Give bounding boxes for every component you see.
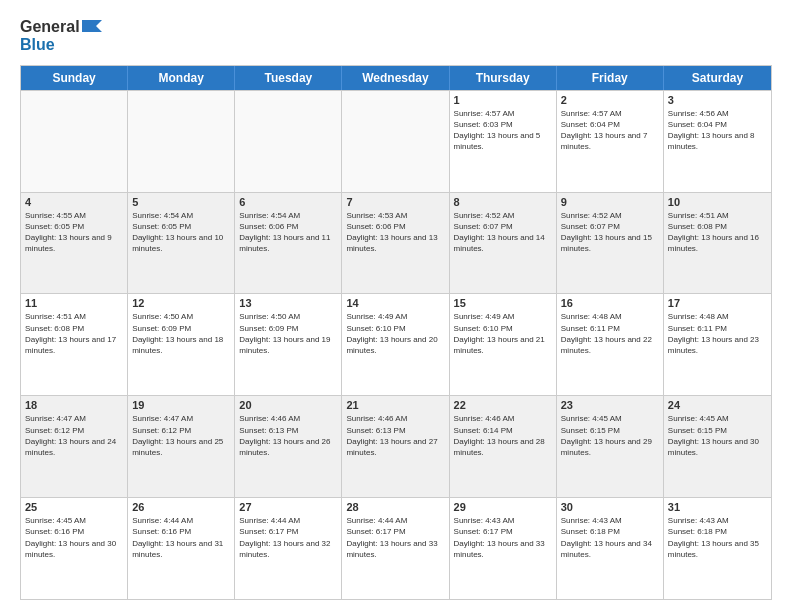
day-number: 15 — [454, 297, 552, 309]
cell-info: Sunrise: 4:52 AM Sunset: 6:07 PM Dayligh… — [454, 210, 552, 255]
day-cell-6: 6Sunrise: 4:54 AM Sunset: 6:06 PM Daylig… — [235, 193, 342, 294]
logo: General Blue — [20, 18, 102, 55]
day-number: 17 — [668, 297, 767, 309]
day-cell-12: 12Sunrise: 4:50 AM Sunset: 6:09 PM Dayli… — [128, 294, 235, 395]
day-cell-5: 5Sunrise: 4:54 AM Sunset: 6:05 PM Daylig… — [128, 193, 235, 294]
day-cell-21: 21Sunrise: 4:46 AM Sunset: 6:13 PM Dayli… — [342, 396, 449, 497]
day-number: 2 — [561, 94, 659, 106]
day-cell-30: 30Sunrise: 4:43 AM Sunset: 6:18 PM Dayli… — [557, 498, 664, 599]
calendar-week-2: 4Sunrise: 4:55 AM Sunset: 6:05 PM Daylig… — [21, 192, 771, 294]
header-day-monday: Monday — [128, 66, 235, 90]
day-number: 22 — [454, 399, 552, 411]
calendar-week-5: 25Sunrise: 4:45 AM Sunset: 6:16 PM Dayli… — [21, 497, 771, 599]
cell-info: Sunrise: 4:46 AM Sunset: 6:13 PM Dayligh… — [239, 413, 337, 458]
day-number: 7 — [346, 196, 444, 208]
cell-info: Sunrise: 4:44 AM Sunset: 6:16 PM Dayligh… — [132, 515, 230, 560]
day-cell-9: 9Sunrise: 4:52 AM Sunset: 6:07 PM Daylig… — [557, 193, 664, 294]
day-cell-26: 26Sunrise: 4:44 AM Sunset: 6:16 PM Dayli… — [128, 498, 235, 599]
empty-cell — [128, 91, 235, 192]
cell-info: Sunrise: 4:45 AM Sunset: 6:15 PM Dayligh… — [668, 413, 767, 458]
day-number: 4 — [25, 196, 123, 208]
cell-info: Sunrise: 4:44 AM Sunset: 6:17 PM Dayligh… — [346, 515, 444, 560]
day-number: 12 — [132, 297, 230, 309]
day-cell-20: 20Sunrise: 4:46 AM Sunset: 6:13 PM Dayli… — [235, 396, 342, 497]
cell-info: Sunrise: 4:46 AM Sunset: 6:13 PM Dayligh… — [346, 413, 444, 458]
calendar-week-1: 1Sunrise: 4:57 AM Sunset: 6:03 PM Daylig… — [21, 90, 771, 192]
day-number: 10 — [668, 196, 767, 208]
empty-cell — [235, 91, 342, 192]
cell-info: Sunrise: 4:57 AM Sunset: 6:04 PM Dayligh… — [561, 108, 659, 153]
day-number: 8 — [454, 196, 552, 208]
calendar-header-row: SundayMondayTuesdayWednesdayThursdayFrid… — [21, 66, 771, 90]
empty-cell — [342, 91, 449, 192]
cell-info: Sunrise: 4:51 AM Sunset: 6:08 PM Dayligh… — [25, 311, 123, 356]
day-cell-25: 25Sunrise: 4:45 AM Sunset: 6:16 PM Dayli… — [21, 498, 128, 599]
cell-info: Sunrise: 4:49 AM Sunset: 6:10 PM Dayligh… — [454, 311, 552, 356]
day-number: 28 — [346, 501, 444, 513]
day-number: 1 — [454, 94, 552, 106]
cell-info: Sunrise: 4:47 AM Sunset: 6:12 PM Dayligh… — [25, 413, 123, 458]
day-cell-11: 11Sunrise: 4:51 AM Sunset: 6:08 PM Dayli… — [21, 294, 128, 395]
day-cell-13: 13Sunrise: 4:50 AM Sunset: 6:09 PM Dayli… — [235, 294, 342, 395]
header-day-thursday: Thursday — [450, 66, 557, 90]
day-cell-18: 18Sunrise: 4:47 AM Sunset: 6:12 PM Dayli… — [21, 396, 128, 497]
logo-general: General — [20, 18, 102, 36]
cell-info: Sunrise: 4:49 AM Sunset: 6:10 PM Dayligh… — [346, 311, 444, 356]
cell-info: Sunrise: 4:44 AM Sunset: 6:17 PM Dayligh… — [239, 515, 337, 560]
cell-info: Sunrise: 4:50 AM Sunset: 6:09 PM Dayligh… — [132, 311, 230, 356]
calendar-week-3: 11Sunrise: 4:51 AM Sunset: 6:08 PM Dayli… — [21, 293, 771, 395]
day-cell-4: 4Sunrise: 4:55 AM Sunset: 6:05 PM Daylig… — [21, 193, 128, 294]
day-number: 18 — [25, 399, 123, 411]
page: General Blue SundayMondayTuesdayWednesda… — [0, 0, 792, 612]
cell-info: Sunrise: 4:48 AM Sunset: 6:11 PM Dayligh… — [561, 311, 659, 356]
day-number: 26 — [132, 501, 230, 513]
header: General Blue — [20, 18, 772, 55]
day-number: 13 — [239, 297, 337, 309]
day-number: 20 — [239, 399, 337, 411]
header-day-sunday: Sunday — [21, 66, 128, 90]
cell-info: Sunrise: 4:57 AM Sunset: 6:03 PM Dayligh… — [454, 108, 552, 153]
day-number: 5 — [132, 196, 230, 208]
day-number: 14 — [346, 297, 444, 309]
day-cell-29: 29Sunrise: 4:43 AM Sunset: 6:17 PM Dayli… — [450, 498, 557, 599]
day-number: 31 — [668, 501, 767, 513]
cell-info: Sunrise: 4:43 AM Sunset: 6:18 PM Dayligh… — [561, 515, 659, 560]
cell-info: Sunrise: 4:51 AM Sunset: 6:08 PM Dayligh… — [668, 210, 767, 255]
day-cell-23: 23Sunrise: 4:45 AM Sunset: 6:15 PM Dayli… — [557, 396, 664, 497]
header-day-saturday: Saturday — [664, 66, 771, 90]
day-cell-27: 27Sunrise: 4:44 AM Sunset: 6:17 PM Dayli… — [235, 498, 342, 599]
day-number: 21 — [346, 399, 444, 411]
day-cell-17: 17Sunrise: 4:48 AM Sunset: 6:11 PM Dayli… — [664, 294, 771, 395]
day-number: 9 — [561, 196, 659, 208]
day-cell-15: 15Sunrise: 4:49 AM Sunset: 6:10 PM Dayli… — [450, 294, 557, 395]
cell-info: Sunrise: 4:50 AM Sunset: 6:09 PM Dayligh… — [239, 311, 337, 356]
day-cell-24: 24Sunrise: 4:45 AM Sunset: 6:15 PM Dayli… — [664, 396, 771, 497]
cell-info: Sunrise: 4:45 AM Sunset: 6:16 PM Dayligh… — [25, 515, 123, 560]
day-cell-19: 19Sunrise: 4:47 AM Sunset: 6:12 PM Dayli… — [128, 396, 235, 497]
logo-container: General Blue — [20, 18, 102, 55]
empty-cell — [21, 91, 128, 192]
day-cell-14: 14Sunrise: 4:49 AM Sunset: 6:10 PM Dayli… — [342, 294, 449, 395]
day-number: 24 — [668, 399, 767, 411]
day-cell-1: 1Sunrise: 4:57 AM Sunset: 6:03 PM Daylig… — [450, 91, 557, 192]
calendar-week-4: 18Sunrise: 4:47 AM Sunset: 6:12 PM Dayli… — [21, 395, 771, 497]
svg-marker-0 — [82, 20, 102, 32]
cell-info: Sunrise: 4:55 AM Sunset: 6:05 PM Dayligh… — [25, 210, 123, 255]
cell-info: Sunrise: 4:53 AM Sunset: 6:06 PM Dayligh… — [346, 210, 444, 255]
day-number: 11 — [25, 297, 123, 309]
logo-flag-icon — [82, 20, 102, 32]
day-number: 30 — [561, 501, 659, 513]
header-day-tuesday: Tuesday — [235, 66, 342, 90]
day-cell-22: 22Sunrise: 4:46 AM Sunset: 6:14 PM Dayli… — [450, 396, 557, 497]
calendar-body: 1Sunrise: 4:57 AM Sunset: 6:03 PM Daylig… — [21, 90, 771, 599]
day-number: 16 — [561, 297, 659, 309]
day-cell-7: 7Sunrise: 4:53 AM Sunset: 6:06 PM Daylig… — [342, 193, 449, 294]
day-cell-16: 16Sunrise: 4:48 AM Sunset: 6:11 PM Dayli… — [557, 294, 664, 395]
cell-info: Sunrise: 4:54 AM Sunset: 6:05 PM Dayligh… — [132, 210, 230, 255]
cell-info: Sunrise: 4:54 AM Sunset: 6:06 PM Dayligh… — [239, 210, 337, 255]
cell-info: Sunrise: 4:47 AM Sunset: 6:12 PM Dayligh… — [132, 413, 230, 458]
day-number: 3 — [668, 94, 767, 106]
logo-blue: Blue — [20, 36, 102, 54]
day-cell-3: 3Sunrise: 4:56 AM Sunset: 6:04 PM Daylig… — [664, 91, 771, 192]
day-number: 29 — [454, 501, 552, 513]
